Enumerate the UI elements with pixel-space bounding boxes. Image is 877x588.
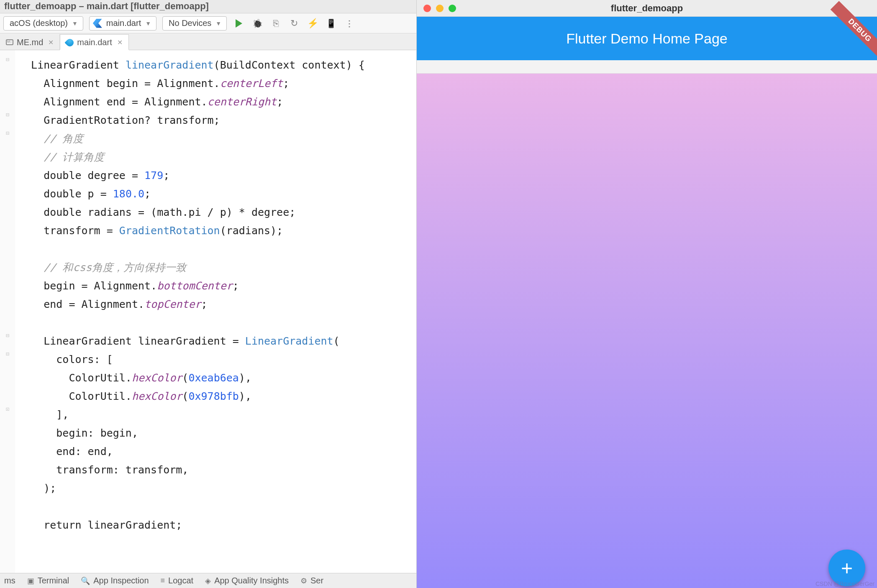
debug-button[interactable]: [251, 17, 264, 30]
services-icon: ⚙: [300, 576, 307, 585]
window-title-bar: flutter_demoapp – main.dart [flutter_dem…: [0, 0, 416, 13]
inspection-icon: 🔍: [81, 576, 90, 585]
logcat-icon: ≡: [161, 576, 165, 585]
chevron-down-icon: ▼: [72, 20, 78, 27]
traffic-lights: [423, 5, 456, 12]
flutter-appbar: Flutter Demo Home Page DEBUG: [417, 17, 877, 60]
run-icon: [236, 19, 242, 28]
attach-debugger-button[interactable]: [269, 17, 282, 30]
close-window-button[interactable]: [423, 5, 431, 12]
app-inspection-tool-tab[interactable]: 🔍App Inspection: [81, 576, 149, 585]
dart-icon: [65, 37, 75, 48]
target-device-dropdown[interactable]: acOS (desktop) ▼: [3, 16, 83, 31]
editor-gutter: ⊟⊟ ⊟ ⊟ ⊟⊡: [0, 50, 15, 573]
tab-label: ME.md: [17, 38, 43, 47]
run-config-dropdown[interactable]: main.dart ▼: [89, 16, 156, 31]
more-actions-button[interactable]: [343, 17, 356, 30]
plus-icon: +: [841, 557, 853, 580]
mac-titlebar: flutter_demoapp: [417, 0, 877, 17]
code-content[interactable]: LinearGradient linearGradient(BuildConte…: [15, 50, 416, 573]
tab-label: main.dart: [77, 38, 112, 47]
target-device-label: acOS (desktop): [10, 18, 68, 28]
gradient-body: + CSDN @BruceGerGer: [417, 74, 877, 588]
open-devtools-button[interactable]: [325, 17, 337, 30]
ide-window: flutter_demoapp – main.dart [flutter_dem…: [0, 0, 417, 588]
appbar-spacer: [417, 60, 877, 74]
logcat-tool-tab[interactable]: ≡Logcat: [161, 576, 194, 585]
close-icon[interactable]: ✕: [48, 38, 54, 46]
hot-reload-button[interactable]: [306, 17, 319, 30]
simulator-window: flutter_demoapp Flutter Demo Home Page D…: [417, 0, 877, 588]
run-button[interactable]: [233, 17, 245, 30]
flutter-icon: [93, 19, 102, 28]
run-config-label: main.dart: [106, 18, 141, 28]
watermark-text: CSDN @BruceGerGer: [815, 580, 874, 587]
terminal-icon: ▣: [27, 576, 34, 585]
problems-tool-tab[interactable]: ms: [4, 576, 15, 585]
services-tool-tab[interactable]: ⚙Ser: [300, 576, 323, 585]
device-selector-label: No Devices: [169, 18, 211, 28]
main-toolbar: acOS (desktop) ▼ main.dart ▼ No Devices …: [0, 13, 416, 33]
editor-tabs: ME.md ✕ main.dart ✕: [0, 33, 416, 50]
code-editor[interactable]: ⊟⊟ ⊟ ⊟ ⊟⊡ LinearGradient linearGradient(…: [0, 50, 416, 573]
diamond-icon: ◈: [205, 576, 211, 585]
tab-readme[interactable]: ME.md ✕: [0, 34, 60, 50]
device-selector-dropdown[interactable]: No Devices ▼: [162, 16, 227, 31]
appbar-title: Flutter Demo Home Page: [566, 31, 728, 47]
window-title: flutter_demoapp – main.dart [flutter_dem…: [4, 1, 209, 11]
markdown-icon: [6, 39, 13, 45]
terminal-tool-tab[interactable]: ▣Terminal: [27, 576, 69, 585]
mac-window-title: flutter_demoapp: [611, 3, 683, 14]
chevron-down-icon: ▼: [145, 20, 151, 27]
close-icon[interactable]: ✕: [117, 38, 123, 46]
tool-window-bar: ms ▣Terminal 🔍App Inspection ≡Logcat ◈Ap…: [0, 573, 416, 588]
hot-restart-button[interactable]: [288, 17, 300, 30]
tab-main-dart[interactable]: main.dart ✕: [60, 34, 128, 50]
quality-tool-tab[interactable]: ◈App Quality Insights: [205, 576, 289, 585]
chevron-down-icon: ▼: [215, 20, 221, 27]
fullscreen-window-button[interactable]: [449, 5, 456, 12]
minimize-window-button[interactable]: [436, 5, 444, 12]
